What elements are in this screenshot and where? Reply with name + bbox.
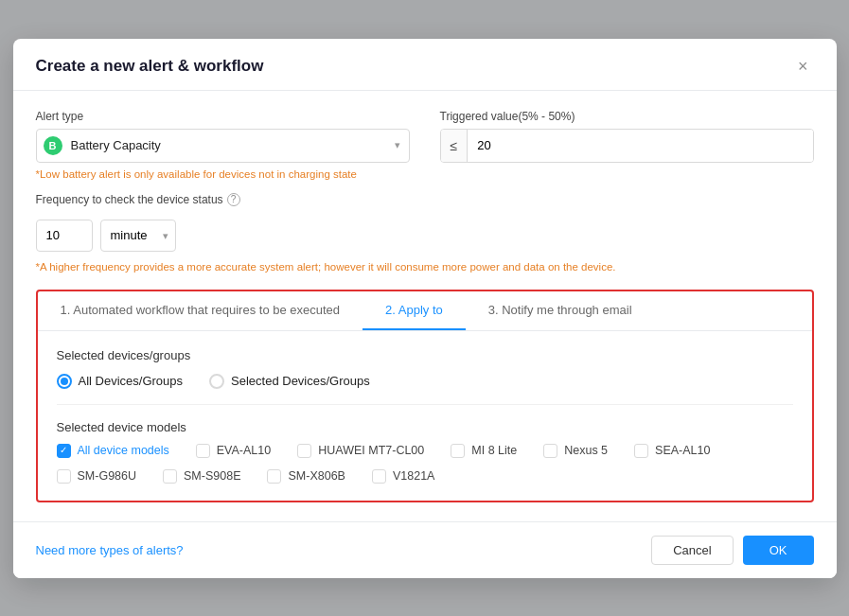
radio-selected-devices[interactable]: Selected Devices/Groups xyxy=(209,374,370,389)
frequency-unit-wrap: minute hour ▾ xyxy=(100,220,176,252)
radio-selected-devices-circle xyxy=(209,374,224,389)
checkbox-sm-s908e[interactable]: SM-S908E xyxy=(163,469,240,484)
checkbox-eva-al10-label: EVA-AL10 xyxy=(217,444,271,457)
devices-radio-group: All Devices/Groups Selected Devices/Grou… xyxy=(57,374,793,389)
modal-header: Create a new alert & workflow × xyxy=(13,39,837,91)
checkbox-sm-x806b-box xyxy=(267,469,281,484)
radio-selected-devices-label: Selected Devices/Groups xyxy=(231,374,370,388)
checkbox-sm-g986u-box xyxy=(57,469,71,484)
modal-body: Alert type B Battery Capacity ▾ Triggere… xyxy=(13,91,837,521)
close-button[interactable]: × xyxy=(792,56,814,77)
tabs-section: 1. Automated workflow that requires to b… xyxy=(36,290,814,502)
checkbox-sm-s908e-label: SM-S908E xyxy=(184,469,240,483)
triggered-value-label: Triggered value(5% - 50%) xyxy=(440,110,814,123)
checkbox-sea-al10-box xyxy=(634,444,648,458)
checkbox-sm-x806b-label: SM-X806B xyxy=(288,469,345,483)
checkbox-nexus5-label: Nexus 5 xyxy=(564,444,608,457)
divider xyxy=(57,404,793,405)
battery-icon: B xyxy=(44,136,62,155)
tab-notify[interactable]: 3. Notify me through email xyxy=(466,291,655,330)
frequency-label: Frequency to check the device status xyxy=(36,193,223,206)
checkbox-huawei-mt7-label: HUAWEI MT7-CL00 xyxy=(318,444,424,457)
frequency-help-icon[interactable]: ? xyxy=(227,193,240,206)
triggered-input-row: ≤ xyxy=(440,129,814,163)
checkbox-v1821a-label: V1821A xyxy=(393,469,434,483)
modal: Create a new alert & workflow × Alert ty… xyxy=(13,39,837,578)
checkbox-huawei-mt7-box xyxy=(297,444,311,458)
checkbox-nexus5[interactable]: Nexus 5 xyxy=(543,444,608,458)
radio-all-devices-circle xyxy=(57,374,72,389)
alert-type-label: Alert type xyxy=(36,110,410,123)
alert-type-group: Alert type B Battery Capacity ▾ xyxy=(36,110,410,163)
checkbox-v1821a[interactable]: V1821A xyxy=(372,469,434,484)
checkbox-v1821a-box xyxy=(372,469,386,484)
operator-symbol: ≤ xyxy=(441,130,469,162)
cancel-button[interactable]: Cancel xyxy=(651,536,733,565)
checkbox-sea-al10-label: SEA-AL10 xyxy=(655,444,710,457)
frequency-inputs: minute hour ▾ xyxy=(36,220,814,252)
tab-apply-to[interactable]: 2. Apply to xyxy=(363,291,466,330)
checkbox-eva-al10[interactable]: EVA-AL10 xyxy=(196,444,271,458)
checkbox-sm-x806b[interactable]: SM-X806B xyxy=(267,469,345,484)
tabs-bar: 1. Automated workflow that requires to b… xyxy=(38,291,812,331)
footer-buttons: Cancel OK xyxy=(651,536,813,565)
top-form-row: Alert type B Battery Capacity ▾ Triggere… xyxy=(36,110,814,163)
devices-groups-label: Selected devices/groups xyxy=(57,348,793,362)
checkbox-mi8-lite-label: MI 8 Lite xyxy=(471,444,517,457)
triggered-value-group: Triggered value(5% - 50%) ≤ xyxy=(440,110,814,163)
frequency-warning-text: *A higher frequency provides a more accu… xyxy=(36,261,814,273)
modal-title: Create a new alert & workflow xyxy=(36,57,264,76)
checkbox-all-models[interactable]: All device models xyxy=(57,444,169,458)
checkbox-all-models-label: All device models xyxy=(78,444,169,457)
tab-workflow[interactable]: 1. Automated workflow that requires to b… xyxy=(38,291,363,330)
checkbox-mi8-lite-box xyxy=(451,444,465,458)
frequency-input[interactable] xyxy=(36,220,93,252)
checkbox-sm-s908e-box xyxy=(163,469,177,484)
radio-all-devices[interactable]: All Devices/Groups xyxy=(57,374,184,389)
ok-button[interactable]: OK xyxy=(743,536,814,565)
models-checkbox-row1: All device models EVA-AL10 HUAWEI MT7-CL… xyxy=(57,444,793,458)
tab-content-apply-to: Selected devices/groups All Devices/Grou… xyxy=(38,331,812,501)
device-models-label: Selected device models xyxy=(57,420,793,434)
checkbox-mi8-lite[interactable]: MI 8 Lite xyxy=(451,444,517,458)
radio-all-devices-label: All Devices/Groups xyxy=(79,374,184,388)
battery-warning-text: *Low battery alert is only available for… xyxy=(36,168,814,180)
modal-overlay: Create a new alert & workflow × Alert ty… xyxy=(0,0,849,616)
checkbox-sm-g986u-label: SM-G986U xyxy=(78,469,137,483)
checkbox-sm-g986u[interactable]: SM-G986U xyxy=(57,469,137,484)
checkbox-huawei-mt7[interactable]: HUAWEI MT7-CL00 xyxy=(297,444,424,458)
need-more-alerts-link[interactable]: Need more types of alerts? xyxy=(36,543,184,557)
modal-footer: Need more types of alerts? Cancel OK xyxy=(13,521,837,578)
checkbox-sea-al10[interactable]: SEA-AL10 xyxy=(634,444,710,458)
triggered-value-input[interactable] xyxy=(468,130,812,162)
checkbox-all-models-box xyxy=(57,444,71,458)
checkbox-eva-al10-box xyxy=(196,444,210,458)
frequency-group: Frequency to check the device status ? m… xyxy=(36,193,814,255)
alert-type-select[interactable]: Battery Capacity xyxy=(36,129,410,163)
alert-type-select-wrapper: B Battery Capacity ▾ xyxy=(36,129,410,163)
models-checkbox-row2: SM-G986U SM-S908E SM-X806B V1821A xyxy=(57,469,793,484)
frequency-unit-select[interactable]: minute hour xyxy=(100,220,176,252)
checkbox-nexus5-box xyxy=(543,444,557,458)
